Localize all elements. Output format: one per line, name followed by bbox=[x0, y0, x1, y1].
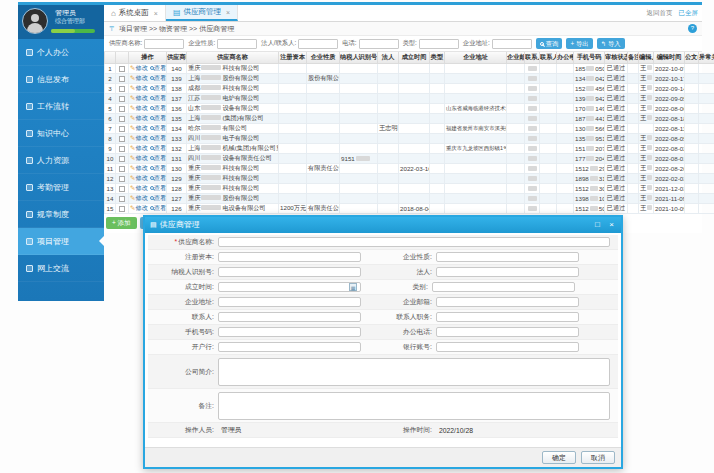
row-checkbox[interactable] bbox=[119, 76, 125, 82]
tab-供应商管理[interactable]: ▤供应商管理× bbox=[166, 5, 238, 21]
edit-link[interactable]: ✎修改 bbox=[130, 164, 148, 171]
filter-input-法人联系人[interactable] bbox=[298, 39, 338, 49]
view-link[interactable]: 查看 bbox=[150, 134, 166, 141]
filter-button-导入[interactable]: ↰导入 bbox=[597, 38, 625, 49]
sidebar-item-考勤管理[interactable]: 考勤管理 bbox=[18, 174, 104, 201]
row-checkbox[interactable] bbox=[119, 146, 125, 152]
row-checkbox[interactable] bbox=[119, 106, 125, 112]
edit-link[interactable]: ✎修改 bbox=[130, 154, 148, 161]
edit-link[interactable]: ✎修改 bbox=[130, 184, 148, 191]
edit-link[interactable]: ✎修改 bbox=[130, 204, 148, 211]
sidebar-item-知识中心[interactable]: 知识中心 bbox=[18, 120, 104, 147]
field-办公电话[interactable] bbox=[436, 327, 579, 337]
field-企业邮箱[interactable] bbox=[436, 297, 579, 307]
filter-input-电话[interactable] bbox=[359, 39, 399, 49]
sidebar-item-工作流转[interactable]: 工作流转 bbox=[18, 93, 104, 120]
filter-button-查询[interactable]: 查询 bbox=[536, 38, 563, 49]
attendance-icon bbox=[26, 184, 33, 191]
edit-link[interactable]: ✎修改 bbox=[130, 64, 148, 71]
sidebar-item-个人办公[interactable]: 个人办公 bbox=[18, 39, 104, 66]
view-link[interactable]: 查看 bbox=[150, 184, 166, 191]
view-link[interactable]: 查看 bbox=[150, 84, 166, 91]
tab-close-icon[interactable]: × bbox=[154, 10, 158, 17]
filter-input-企业性质[interactable] bbox=[217, 39, 257, 49]
row-checkbox[interactable] bbox=[119, 86, 125, 92]
row-checkbox[interactable] bbox=[119, 126, 125, 132]
add-button[interactable]: + 添加 bbox=[106, 217, 137, 229]
row-checkbox[interactable] bbox=[119, 196, 125, 202]
field-银行账号[interactable] bbox=[436, 342, 579, 352]
row-checkbox[interactable] bbox=[119, 116, 125, 122]
edit-link[interactable]: ✎修改 bbox=[130, 114, 148, 121]
field-企业地址[interactable] bbox=[218, 297, 361, 307]
row-checkbox[interactable] bbox=[119, 186, 125, 192]
sidebar-item-信息发布[interactable]: 信息发布 bbox=[18, 66, 104, 93]
view-link[interactable]: 查看 bbox=[150, 194, 166, 201]
avatar[interactable] bbox=[22, 8, 48, 34]
tab-close-icon[interactable]: × bbox=[226, 9, 230, 16]
row-checkbox[interactable] bbox=[119, 66, 125, 72]
home-link[interactable]: 返回首页 bbox=[647, 9, 673, 18]
field-联系人[interactable] bbox=[218, 312, 361, 322]
row-checkbox[interactable] bbox=[119, 136, 125, 142]
redacted-text bbox=[586, 66, 594, 71]
row-checkbox[interactable] bbox=[119, 206, 125, 212]
field-企业性质[interactable] bbox=[436, 252, 579, 262]
field-公司简介[interactable] bbox=[218, 358, 610, 386]
field-类别[interactable] bbox=[432, 282, 575, 292]
table-row: 5✎修改查看136山东设备有限公司山东省威海临港经济技术开发区苘山镇…号-1…1… bbox=[105, 103, 714, 113]
edit-link[interactable]: ✎修改 bbox=[130, 144, 148, 151]
edit-link[interactable]: ✎修改 bbox=[130, 174, 148, 181]
field-法人[interactable] bbox=[436, 267, 579, 277]
view-link[interactable]: 查看 bbox=[150, 154, 166, 161]
edit-link[interactable]: ✎修改 bbox=[130, 194, 148, 201]
calendar-icon[interactable]: ▦ bbox=[349, 283, 357, 291]
chat-icon bbox=[26, 265, 33, 272]
field-联系人职务[interactable] bbox=[436, 312, 579, 322]
field-注册资本[interactable] bbox=[218, 252, 361, 262]
field-备注[interactable] bbox=[218, 392, 610, 420]
view-link[interactable]: 查看 bbox=[150, 114, 166, 121]
row-checkbox[interactable] bbox=[119, 176, 125, 182]
filter-input-供应商名称[interactable] bbox=[144, 39, 184, 49]
help-icon[interactable]: ? bbox=[688, 24, 697, 33]
row-checkbox[interactable] bbox=[119, 96, 125, 102]
sidebar-item-网上交流[interactable]: 网上交流 bbox=[18, 255, 104, 282]
edit-link[interactable]: ✎修改 bbox=[130, 94, 148, 101]
view-link[interactable]: 查看 bbox=[150, 74, 166, 81]
dialog-titlebar[interactable]: ▤供应商管理 □ × bbox=[145, 217, 621, 233]
filter-button-导出[interactable]: +导出 bbox=[566, 38, 592, 49]
sidebar-item-人力资源[interactable]: 人力资源 bbox=[18, 147, 104, 174]
filter-input-企业地址[interactable] bbox=[492, 39, 532, 49]
edit-link[interactable]: ✎修改 bbox=[130, 134, 148, 141]
field-成立时间[interactable] bbox=[218, 282, 361, 292]
edit-link[interactable]: ✎修改 bbox=[130, 124, 148, 131]
view-link[interactable]: 查看 bbox=[150, 94, 166, 101]
view-link[interactable]: 查看 bbox=[150, 104, 166, 111]
edit-link[interactable]: ✎修改 bbox=[130, 104, 148, 111]
field-手机号码[interactable] bbox=[218, 327, 361, 337]
edit-icon: ✎ bbox=[130, 194, 135, 201]
view-link[interactable]: 查看 bbox=[150, 174, 166, 181]
fullscreen-link[interactable]: 已全屏 bbox=[679, 9, 699, 18]
edit-link[interactable]: ✎修改 bbox=[130, 74, 148, 81]
sidebar-item-规章制度[interactable]: 规章制度 bbox=[18, 201, 104, 228]
close-icon[interactable]: × bbox=[606, 219, 617, 230]
ok-button[interactable]: 确定 bbox=[542, 451, 576, 464]
filter-input-类型[interactable] bbox=[419, 39, 459, 49]
view-link[interactable]: 查看 bbox=[150, 64, 166, 71]
edit-link[interactable]: ✎修改 bbox=[130, 84, 148, 91]
field-纳税人识别号[interactable] bbox=[218, 267, 361, 277]
supplier-name-field[interactable] bbox=[218, 237, 610, 247]
tab-系统桌面[interactable]: ⌂系统桌面× bbox=[104, 5, 166, 21]
field-开户行[interactable] bbox=[218, 342, 361, 352]
minimize-icon[interactable]: □ bbox=[592, 219, 603, 230]
row-checkbox[interactable] bbox=[119, 166, 125, 172]
view-link[interactable]: 查看 bbox=[150, 204, 166, 211]
view-link[interactable]: 查看 bbox=[150, 144, 166, 151]
view-link[interactable]: 查看 bbox=[150, 124, 166, 131]
sidebar-item-项目管理[interactable]: 项目管理 bbox=[18, 228, 104, 255]
view-link[interactable]: 查看 bbox=[150, 164, 166, 171]
cancel-button[interactable]: 取消 bbox=[581, 451, 615, 464]
row-checkbox[interactable] bbox=[119, 156, 125, 162]
